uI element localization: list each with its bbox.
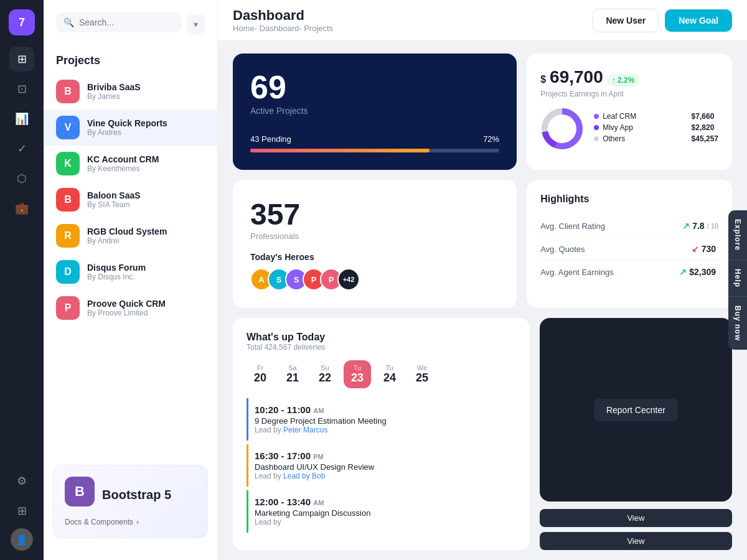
earnings-label: Projects Earnings in April: [540, 90, 718, 98]
breadcrumb: Home- Dashboard- Projects: [233, 24, 333, 33]
event-time-0: 10:20 - 11:00 AM: [255, 404, 387, 415]
nav-layers-icon[interactable]: ⬡: [9, 166, 34, 191]
project-item-1[interactable]: V Vine Quick Reports By Andres: [44, 110, 217, 146]
project-info-2: KC Account CRM By Keenthemes: [87, 154, 205, 173]
legend-label-2: Others: [603, 134, 625, 143]
pending-label: 43 Pending: [250, 134, 291, 144]
active-projects-card: 69 Active Projects 43 Pending 72%: [233, 54, 517, 170]
project-item-5[interactable]: D Disqus Forum By Disqus Inc.: [44, 254, 217, 290]
event-lead-1: Lead by Lead by Bob: [255, 472, 374, 480]
event-list: 10:20 - 11:00 AM 9 Degree Project Estima…: [247, 398, 516, 533]
project-logo-4: R: [56, 224, 80, 248]
filter-button[interactable]: ▾: [187, 14, 205, 34]
project-item-3[interactable]: B Baloon SaaS By SIA Team: [44, 182, 217, 218]
search-icon: 🔍: [63, 17, 74, 27]
event-suffix-0: AM: [313, 407, 324, 414]
legend-label-1: Mivy App: [603, 123, 633, 132]
search-input[interactable]: [79, 17, 174, 27]
cal-day-4[interactable]: Tu 24: [376, 360, 403, 388]
event-lead-link-0[interactable]: Peter Marcus: [283, 426, 327, 434]
user-avatar[interactable]: 👤: [11, 528, 33, 551]
project-info-3: Baloon SaaS By SIA Team: [87, 190, 205, 209]
bootstrap-card: B Bootstrap 5 Docs & Components ›: [53, 465, 208, 538]
progress-bar-wrap: [250, 149, 499, 152]
project-item-0[interactable]: B Briviba SaaS By James: [44, 73, 217, 110]
app-badge[interactable]: 7: [9, 9, 35, 35]
active-projects-label: Active Projects: [250, 106, 499, 116]
project-item-2[interactable]: K KC Account CRM By Keenthemes: [44, 146, 217, 182]
highlight-suffix-0: / 10: [707, 222, 718, 230]
highlight-label-1: Avg. Quotes: [540, 245, 585, 254]
project-list: B Briviba SaaS By James V Vine Quick Rep…: [44, 73, 217, 326]
right-side-tabs: ExploreHelpBuy now: [728, 210, 747, 350]
event-time-2: 12:00 - 13:40 AM: [255, 497, 370, 507]
day-num-3: 23: [351, 371, 364, 385]
view-buttons: ViewView: [540, 509, 732, 550]
whatsup-card: What's up Today Total 424,567 deliveries…: [233, 318, 530, 550]
earnings-badge: ↑ 2.2%: [607, 74, 640, 86]
earnings-currency: $: [540, 74, 546, 85]
event-item-2: 12:00 - 13:40 AM Marketing Campaign Disc…: [247, 490, 516, 533]
event-name-2: Marketing Campaign Discussion: [255, 508, 370, 518]
event-details-2: 12:00 - 13:40 AM Marketing Campaign Disc…: [255, 497, 370, 526]
view-button-1[interactable]: View: [540, 532, 732, 550]
project-name-5: Disqus Forum: [87, 263, 205, 273]
event-suffix-2: AM: [313, 499, 324, 506]
cal-day-5[interactable]: We 25: [408, 360, 436, 388]
dashboard-body: 69 Active Projects 43 Pending 72% $ 69,7…: [218, 41, 747, 560]
projects-sidebar: 🔍 ▾ Projects B Briviba SaaS By James V V…: [44, 0, 218, 560]
cal-day-2[interactable]: Su 22: [311, 360, 339, 388]
project-item-4[interactable]: R RGB Cloud System By Andrei: [44, 218, 217, 254]
project-item-6[interactable]: P Proove Quick CRM By Proove Limited: [44, 290, 217, 326]
highlight-rows: Avg. Client Rating ↗ 7.8/ 10 Avg. Quotes…: [540, 215, 718, 283]
legend-item-1: Mivy App: [594, 123, 681, 132]
nav-chart-icon[interactable]: 📊: [9, 106, 34, 131]
earnings-card: $ 69,700 ↑ 2.2% Projects Earnings in Apr…: [527, 54, 732, 170]
side-tab-explore[interactable]: Explore: [728, 210, 747, 259]
pending-percent: 72%: [483, 134, 499, 144]
narrow-sidebar: 7 ⊞ ⊡ 📊 ✓ ⬡ 💼 ⚙ ⊞ 👤: [0, 0, 44, 560]
highlight-value-2: ↗ $2,309: [679, 267, 718, 277]
professionals-number: 357: [250, 197, 499, 231]
page-title-area: Dashboard Home- Dashboard- Projects: [233, 7, 333, 33]
side-tab-help[interactable]: Help: [728, 259, 747, 296]
nav-grid-icon[interactable]: ⊡: [9, 77, 34, 101]
legend-left-2: Others: [594, 134, 625, 143]
nav-check-icon[interactable]: ✓: [9, 136, 34, 161]
highlight-arrow-0: ↗: [682, 221, 690, 231]
highlight-row-0: Avg. Client Rating ↗ 7.8/ 10: [540, 215, 718, 238]
legend-left-0: Leaf CRM: [594, 112, 636, 121]
highlights-card: Highlights Avg. Client Rating ↗ 7.8/ 10 …: [527, 180, 732, 308]
nav-briefcase-icon[interactable]: 💼: [9, 196, 34, 221]
highlight-arrow-2: ↗: [679, 267, 687, 277]
event-time-1: 16:30 - 17:00 PM: [255, 450, 374, 461]
cal-day-1[interactable]: Sa 21: [279, 360, 306, 388]
nav-modules-icon[interactable]: ⊞: [9, 498, 34, 523]
project-info-1: Vine Quick Reports By Andres: [87, 118, 205, 137]
project-info-4: RGB Cloud System By Andrei: [87, 226, 205, 245]
side-tab-buy-now[interactable]: Buy now: [728, 296, 747, 350]
day-num-2: 22: [319, 371, 331, 385]
event-lead-link-1[interactable]: Lead by Bob: [283, 472, 325, 480]
day-name-0: Fr: [257, 364, 263, 371]
view-button-0[interactable]: View: [540, 509, 732, 527]
nav-dashboard-icon[interactable]: ⊞: [9, 47, 34, 72]
new-goal-button[interactable]: New Goal: [665, 9, 732, 32]
legend-dot-1: [594, 125, 599, 130]
highlight-label-2: Avg. Agent Earnings: [540, 268, 614, 277]
projects-section-title: Projects: [44, 45, 217, 73]
earnings-amount: $ 69,700 ↑ 2.2%: [540, 67, 718, 87]
cal-day-0[interactable]: Fr 20: [247, 360, 274, 388]
project-info-5: Disqus Forum By Disqus Inc.: [87, 263, 205, 281]
whatsup-title: What's up Today: [247, 332, 516, 343]
legend-value-1: $2,820: [692, 123, 715, 132]
nav-settings-icon[interactable]: ⚙: [9, 469, 34, 493]
new-user-button[interactable]: New User: [593, 9, 659, 32]
cal-day-3[interactable]: Tu 23: [344, 360, 371, 388]
project-name-6: Proove Quick CRM: [87, 299, 205, 309]
event-name-1: Dashboard UI/UX Design Review: [255, 462, 374, 472]
progress-bar-fill: [250, 149, 430, 152]
docs-link[interactable]: Docs & Components ›: [65, 518, 196, 526]
report-center-button[interactable]: Report Cecnter: [594, 399, 678, 421]
earnings-value: 69,700: [550, 67, 603, 87]
